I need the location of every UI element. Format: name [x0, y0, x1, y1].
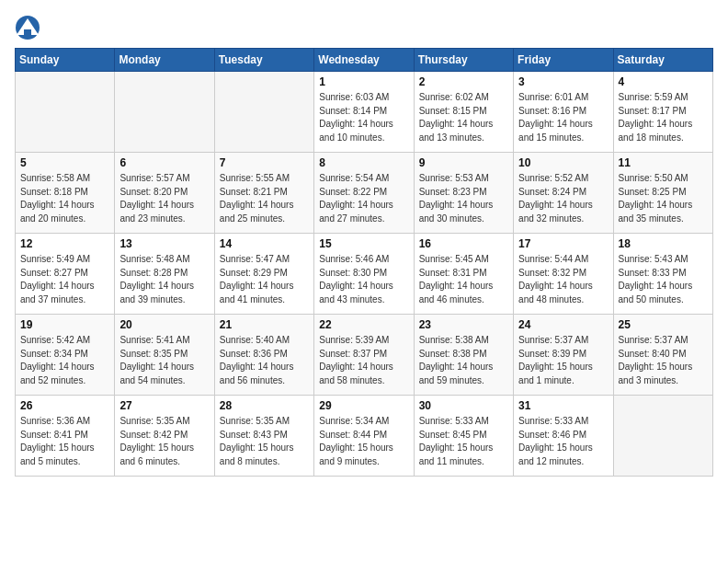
calendar-cell: 19Sunrise: 5:42 AM Sunset: 8:34 PM Dayli… — [16, 315, 115, 396]
day-detail: Sunrise: 5:35 AM Sunset: 8:42 PM Dayligh… — [119, 415, 209, 468]
day-number: 10 — [518, 156, 608, 169]
day-number: 21 — [220, 318, 309, 331]
header-thursday: Thursday — [414, 49, 513, 72]
day-number: 19 — [20, 318, 109, 331]
calendar-cell: 10Sunrise: 5:52 AM Sunset: 8:24 PM Dayli… — [514, 153, 613, 234]
calendar-cell: 3Sunrise: 6:01 AM Sunset: 8:16 PM Daylig… — [514, 72, 613, 153]
day-detail: Sunrise: 5:37 AM Sunset: 8:39 PM Dayligh… — [518, 334, 608, 387]
day-detail: Sunrise: 5:43 AM Sunset: 8:33 PM Dayligh… — [619, 253, 708, 306]
day-detail: Sunrise: 5:59 AM Sunset: 8:17 PM Dayligh… — [619, 91, 708, 144]
day-number: 4 — [619, 75, 708, 88]
page-header — [15, 15, 713, 40]
calendar-cell: 7Sunrise: 5:55 AM Sunset: 8:21 PM Daylig… — [214, 153, 313, 234]
day-number: 23 — [419, 318, 508, 331]
day-number: 2 — [419, 75, 508, 88]
logo-icon — [15, 15, 40, 40]
calendar-cell: 30Sunrise: 5:33 AM Sunset: 8:45 PM Dayli… — [414, 396, 513, 477]
calendar-cell: 22Sunrise: 5:39 AM Sunset: 8:37 PM Dayli… — [314, 315, 414, 396]
calendar-cell: 17Sunrise: 5:44 AM Sunset: 8:32 PM Dayli… — [514, 234, 613, 315]
calendar-cell: 20Sunrise: 5:41 AM Sunset: 8:35 PM Dayli… — [115, 315, 214, 396]
calendar-cell: 2Sunrise: 6:02 AM Sunset: 8:15 PM Daylig… — [414, 72, 513, 153]
calendar-cell: 26Sunrise: 5:36 AM Sunset: 8:41 PM Dayli… — [16, 396, 115, 477]
day-number: 17 — [518, 237, 608, 250]
day-number: 6 — [119, 156, 209, 169]
day-number: 25 — [619, 318, 708, 331]
calendar-cell: 27Sunrise: 5:35 AM Sunset: 8:42 PM Dayli… — [115, 396, 214, 477]
header-wednesday: Wednesday — [314, 49, 414, 72]
day-detail: Sunrise: 5:57 AM Sunset: 8:20 PM Dayligh… — [119, 172, 209, 225]
calendar-cell — [214, 72, 313, 153]
calendar-cell: 28Sunrise: 5:35 AM Sunset: 8:43 PM Dayli… — [214, 396, 313, 477]
day-detail: Sunrise: 5:52 AM Sunset: 8:24 PM Dayligh… — [518, 172, 608, 225]
calendar-cell: 31Sunrise: 5:33 AM Sunset: 8:46 PM Dayli… — [514, 396, 613, 477]
calendar-cell: 25Sunrise: 5:37 AM Sunset: 8:40 PM Dayli… — [613, 315, 712, 396]
day-number: 5 — [20, 156, 109, 169]
calendar-cell — [115, 72, 214, 153]
day-detail: Sunrise: 5:39 AM Sunset: 8:37 PM Dayligh… — [319, 334, 408, 387]
day-detail: Sunrise: 6:02 AM Sunset: 8:15 PM Dayligh… — [419, 91, 508, 144]
calendar-cell: 16Sunrise: 5:45 AM Sunset: 8:31 PM Dayli… — [414, 234, 513, 315]
day-number: 11 — [619, 156, 708, 169]
calendar-week-row: 5Sunrise: 5:58 AM Sunset: 8:18 PM Daylig… — [16, 153, 713, 234]
day-detail: Sunrise: 5:41 AM Sunset: 8:35 PM Dayligh… — [119, 334, 209, 387]
day-number: 8 — [319, 156, 408, 169]
header-monday: Monday — [115, 49, 214, 72]
day-detail: Sunrise: 6:01 AM Sunset: 8:16 PM Dayligh… — [518, 91, 608, 144]
header-tuesday: Tuesday — [214, 49, 313, 72]
day-number: 14 — [220, 237, 309, 250]
calendar-cell: 6Sunrise: 5:57 AM Sunset: 8:20 PM Daylig… — [115, 153, 214, 234]
calendar-cell: 12Sunrise: 5:49 AM Sunset: 8:27 PM Dayli… — [16, 234, 115, 315]
day-detail: Sunrise: 5:55 AM Sunset: 8:21 PM Dayligh… — [220, 172, 309, 225]
day-number: 28 — [220, 399, 309, 412]
day-number: 15 — [319, 237, 408, 250]
calendar-cell: 9Sunrise: 5:53 AM Sunset: 8:23 PM Daylig… — [414, 153, 513, 234]
day-detail: Sunrise: 5:44 AM Sunset: 8:32 PM Dayligh… — [518, 253, 608, 306]
calendar-cell: 11Sunrise: 5:50 AM Sunset: 8:25 PM Dayli… — [613, 153, 712, 234]
calendar-week-row: 19Sunrise: 5:42 AM Sunset: 8:34 PM Dayli… — [16, 315, 713, 396]
calendar-cell: 13Sunrise: 5:48 AM Sunset: 8:28 PM Dayli… — [115, 234, 214, 315]
day-number: 1 — [319, 75, 408, 88]
day-detail: Sunrise: 5:42 AM Sunset: 8:34 PM Dayligh… — [20, 334, 109, 387]
calendar-cell: 21Sunrise: 5:40 AM Sunset: 8:36 PM Dayli… — [214, 315, 313, 396]
day-number: 13 — [119, 237, 209, 250]
calendar-table: SundayMondayTuesdayWednesdayThursdayFrid… — [15, 48, 713, 477]
day-detail: Sunrise: 5:45 AM Sunset: 8:31 PM Dayligh… — [419, 253, 508, 306]
day-number: 22 — [319, 318, 408, 331]
day-detail: Sunrise: 5:34 AM Sunset: 8:44 PM Dayligh… — [319, 415, 408, 468]
day-detail: Sunrise: 5:36 AM Sunset: 8:41 PM Dayligh… — [20, 415, 109, 468]
day-number: 27 — [119, 399, 209, 412]
day-detail: Sunrise: 5:46 AM Sunset: 8:30 PM Dayligh… — [319, 253, 408, 306]
day-number: 26 — [20, 399, 109, 412]
day-detail: Sunrise: 5:50 AM Sunset: 8:25 PM Dayligh… — [619, 172, 708, 225]
day-detail: Sunrise: 5:58 AM Sunset: 8:18 PM Dayligh… — [20, 172, 109, 225]
day-detail: Sunrise: 5:33 AM Sunset: 8:46 PM Dayligh… — [518, 415, 608, 468]
header-saturday: Saturday — [613, 49, 712, 72]
calendar-cell: 1Sunrise: 6:03 AM Sunset: 8:14 PM Daylig… — [314, 72, 414, 153]
day-detail: Sunrise: 5:47 AM Sunset: 8:29 PM Dayligh… — [220, 253, 309, 306]
calendar-cell: 24Sunrise: 5:37 AM Sunset: 8:39 PM Dayli… — [514, 315, 613, 396]
day-number: 24 — [518, 318, 608, 331]
calendar-week-row: 26Sunrise: 5:36 AM Sunset: 8:41 PM Dayli… — [16, 396, 713, 477]
day-number: 16 — [419, 237, 508, 250]
day-detail: Sunrise: 5:54 AM Sunset: 8:22 PM Dayligh… — [319, 172, 408, 225]
day-number: 9 — [419, 156, 508, 169]
day-number: 20 — [119, 318, 209, 331]
calendar-header-row: SundayMondayTuesdayWednesdayThursdayFrid… — [16, 49, 713, 72]
day-detail: Sunrise: 5:35 AM Sunset: 8:43 PM Dayligh… — [220, 415, 309, 468]
day-detail: Sunrise: 5:38 AM Sunset: 8:38 PM Dayligh… — [419, 334, 508, 387]
day-number: 30 — [419, 399, 508, 412]
calendar-cell: 14Sunrise: 5:47 AM Sunset: 8:29 PM Dayli… — [214, 234, 313, 315]
day-detail: Sunrise: 5:49 AM Sunset: 8:27 PM Dayligh… — [20, 253, 109, 306]
calendar-cell: 4Sunrise: 5:59 AM Sunset: 8:17 PM Daylig… — [613, 72, 712, 153]
calendar-cell — [16, 72, 115, 153]
calendar-cell: 8Sunrise: 5:54 AM Sunset: 8:22 PM Daylig… — [314, 153, 414, 234]
day-detail: Sunrise: 5:40 AM Sunset: 8:36 PM Dayligh… — [220, 334, 309, 387]
calendar-week-row: 12Sunrise: 5:49 AM Sunset: 8:27 PM Dayli… — [16, 234, 713, 315]
day-number: 18 — [619, 237, 708, 250]
calendar-cell: 18Sunrise: 5:43 AM Sunset: 8:33 PM Dayli… — [613, 234, 712, 315]
day-number: 29 — [319, 399, 408, 412]
header-friday: Friday — [514, 49, 613, 72]
day-detail: Sunrise: 5:33 AM Sunset: 8:45 PM Dayligh… — [419, 415, 508, 468]
day-number: 3 — [518, 75, 608, 88]
svg-rect-2 — [24, 29, 31, 35]
